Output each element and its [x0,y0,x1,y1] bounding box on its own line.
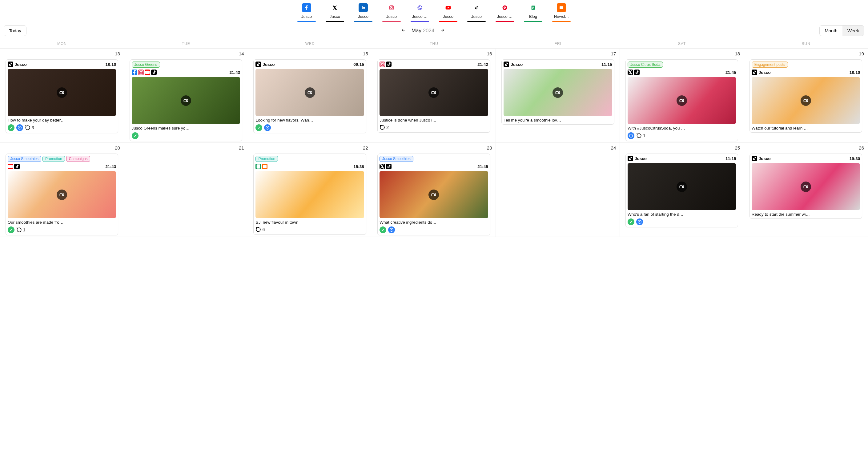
svg-rect-23 [680,99,682,102]
today-button[interactable]: Today [4,25,27,36]
calendar-cell[interactable]: 19Engagement postsJusco18:10Watch our tu… [744,48,868,143]
calendar-cell[interactable]: 1621:42Justice is done when Jusco i…2 [372,48,496,143]
channel-label: Jusco … [497,14,513,19]
tiktok-icon [8,62,13,67]
post-card[interactable]: Jusco18:10How to make your day better…3 [5,59,118,133]
comment-count: 3 [25,125,34,131]
post-thumbnail [8,171,116,218]
tag-jusco_smoothies: Jusco Smoothies [379,156,413,162]
post-thumbnail [752,77,860,124]
channel-instagram[interactable]: Jusco [382,3,401,21]
calendar-cell[interactable]: 15Jusco09:15Looking for new flavors. Wan… [248,48,372,143]
post-caption: Watch our tutorial and learn … [752,126,860,130]
tag-promotion: Promotion [255,156,278,162]
post-card[interactable]: 21:42Justice is done when Jusco i…2 [377,59,490,133]
tiktok-icon [628,156,633,161]
channel-pinterest[interactable]: Jusco … [496,3,514,21]
svg-rect-22 [556,91,559,94]
channel-mail[interactable]: Newsl… [552,3,571,21]
post-card[interactable]: Jusco Greens21:43Jusco Greens makes sure… [130,59,242,141]
post-caption: Our smoothies are made fro… [8,220,116,225]
channel-label: Jusco [471,14,482,19]
post-card[interactable]: Jusco11:15Tell me you're a smoothie lov… [501,59,614,125]
weekday-label: THU [372,39,496,48]
card-header: Jusco18:10 [752,69,860,75]
post-card[interactable]: Jusco SmoothiesPromotionCampaigns21:43Ou… [5,154,118,235]
view-toggle: Month Week [819,25,864,36]
weekday-label: TUE [124,39,248,48]
card-tags: Jusco SmoothiesPromotionCampaigns [8,156,116,162]
card-header: 21:42 [379,62,488,67]
svg-point-19 [381,63,383,65]
account-name: Jusco [262,62,275,67]
post-time: 18:10 [849,70,860,75]
post-caption: Ready to start the summer wi… [752,212,860,217]
channel-label: Jusco [386,14,397,19]
svg-rect-21 [432,91,435,94]
channels-row: Jusco Jusco Jusco Jusco Jusco … Jusco Ju… [0,0,868,22]
calendar-toolbar: Today May 2024 Month Week [0,22,868,39]
status-clock-icon [16,124,23,131]
comment-count: 1 [636,133,646,139]
weekday-label: FRI [496,39,620,48]
calendar-cell[interactable]: 20Jusco SmoothiesPromotionCampaigns21:43… [0,143,124,237]
post-card[interactable]: Jusco11:15Who's a fan of starting the d… [625,154,738,227]
post-thumbnail [628,163,736,210]
card-footer [628,219,736,225]
account-name: Jusco [635,156,647,161]
svg-rect-16 [308,91,311,94]
svg-rect-30 [432,194,435,196]
tiktok-icon [386,62,392,67]
mail-icon [557,3,566,12]
channel-tiktok[interactable]: Jusco [467,3,486,21]
channel-x[interactable]: Jusco [326,3,344,21]
post-card[interactable]: Engagement postsJusco18:10Watch our tuto… [749,59,862,133]
channel-google[interactable]: Jusco … [411,3,429,21]
post-caption: Jusco Greens makes sure yo… [132,126,240,130]
svg-rect-32 [680,186,682,188]
month-view-button[interactable]: Month [820,26,842,36]
post-card[interactable]: Promotion15:38SJ: new flavour in town6 [253,154,366,235]
calendar-cell[interactable]: 18Jusco Citrus Soda21:45With #JuscoCitru… [620,48,744,143]
tiktok-icon [386,164,392,169]
post-card[interactable]: Jusco Smoothies21:45What creative ingred… [377,154,490,235]
card-footer: 1 [8,226,116,233]
day-number: 23 [374,144,494,154]
day-number: 19 [746,50,866,59]
week-view-button[interactable]: Week [842,26,864,36]
day-number: 25 [622,144,742,154]
calendar-cell[interactable]: 22Promotion15:38SJ: new flavour in town6 [248,143,372,237]
channel-facebook[interactable]: Jusco [297,3,316,21]
calendar-cell[interactable]: 17Jusco11:15Tell me you're a smoothie lo… [496,48,620,143]
calendar-cell[interactable]: 25Jusco11:15Who's a fan of starting the … [620,143,744,237]
post-card[interactable]: Jusco19:30Ready to start the summer wi… [749,154,862,219]
calendar-cell[interactable]: 13Jusco18:10How to make your day better…… [0,48,124,143]
channel-youtube[interactable]: Jusco [439,3,457,21]
channel-doc[interactable]: Blog [524,3,542,21]
channel-label: Jusco [330,14,340,19]
post-card[interactable]: Jusco Citrus Soda21:45With #JuscoCitrusS… [625,59,738,141]
next-month-button[interactable] [440,28,445,34]
card-header: Jusco11:15 [503,62,612,67]
prev-month-button[interactable] [401,28,406,34]
tiktok-icon [472,3,481,12]
card-header: 21:45 [628,69,736,75]
calendar-cell[interactable]: 26Jusco19:30Ready to start the summer wi… [744,143,868,237]
day-number: 13 [2,50,122,59]
channel-label: Newsl… [554,14,569,19]
channel-label: Jusco [443,14,454,19]
instagram-icon [387,3,396,12]
day-number: 24 [498,144,618,154]
post-card[interactable]: Jusco09:15Looking for new flavors. Wan… [253,59,366,133]
channel-linkedin[interactable]: Jusco [354,3,372,21]
calendar-cell[interactable]: 23Jusco Smoothies21:45What creative ingr… [372,143,496,237]
x-icon [628,69,633,75]
calendar-cell[interactable]: 14Jusco Greens21:43Jusco Greens makes su… [124,48,248,143]
card-footer: 1 [628,132,736,139]
doc-icon [255,164,261,169]
calendar-cell[interactable]: 24 [496,143,620,237]
post-time: 21:45 [725,70,736,75]
calendar-cell[interactable]: 21 [124,143,248,237]
weekday-header: MONTUEWEDTHUFRISATSUN [0,39,868,48]
post-time: 21:43 [105,164,116,169]
